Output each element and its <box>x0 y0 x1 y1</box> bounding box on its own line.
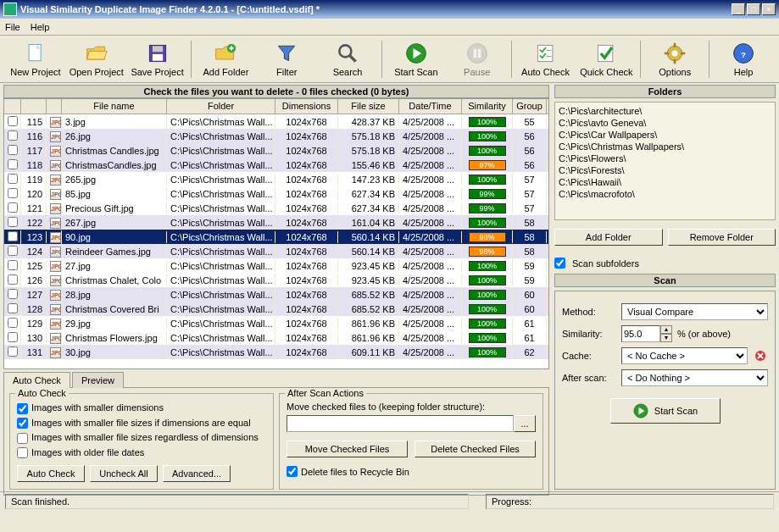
filter-button[interactable]: Filter <box>256 37 317 81</box>
row-checkbox[interactable] <box>8 332 18 342</box>
table-row[interactable]: 126JPGChristmas Chalet, ColoC:\Pics\Chri… <box>4 273 548 287</box>
quick-check-button[interactable]: Quick Check <box>576 37 637 81</box>
row-checkbox[interactable] <box>8 346 18 357</box>
grid-body[interactable]: 115JPG3.jpgC:\Pics\Christmas Wall...1024… <box>4 114 548 369</box>
row-checkbox[interactable] <box>8 188 18 198</box>
advanced-button[interactable]: Advanced... <box>163 465 231 482</box>
delete-cache-icon[interactable] <box>753 348 768 363</box>
table-row[interactable]: 121JPGPrecious Gift.jpgC:\Pics\Christmas… <box>4 201 548 215</box>
col-thumb[interactable] <box>47 99 62 114</box>
cell-datetime: 4/25/2008 ... <box>399 174 462 186</box>
row-checkbox[interactable] <box>8 303 18 313</box>
opt-smaller-filesize-regardless[interactable]: Images with smaller file sizes regardles… <box>17 432 266 444</box>
help-button[interactable]: ?Help <box>713 37 774 81</box>
add-folder-side-button[interactable]: Add Folder <box>554 229 663 246</box>
list-item[interactable]: C:\Pics\Hawaii\ <box>559 176 771 188</box>
tab-autocheck[interactable]: Auto Check <box>3 372 70 388</box>
pause-button[interactable]: Pause <box>447 37 508 81</box>
opt-smaller-filesize-equal[interactable]: Images with smaller file sizes if dimens… <box>17 418 266 429</box>
list-item[interactable]: C:\Pics\Flowers\ <box>559 152 771 164</box>
row-checkbox[interactable] <box>8 231 18 241</box>
table-row[interactable]: 129JPG29.jpgC:\Pics\Christmas Wall...102… <box>4 316 548 330</box>
row-checkbox[interactable] <box>8 116 18 126</box>
col-folder[interactable]: Folder <box>167 99 275 114</box>
list-item[interactable]: C:\Pics\Car Wallpapers\ <box>559 129 771 141</box>
table-row[interactable]: 131JPG30.jpgC:\Pics\Christmas Wall...102… <box>4 345 548 359</box>
list-item[interactable]: C:\Pics\avto Geneva\ <box>559 117 771 129</box>
col-number[interactable] <box>21 99 47 114</box>
list-item[interactable]: C:\Pics\Christmas Wallpapers\ <box>559 141 771 152</box>
similarity-spinner[interactable]: ▲▼ <box>621 325 672 342</box>
remove-folder-button[interactable]: Remove Folder <box>668 229 776 246</box>
add-folder-button[interactable]: Add Folder <box>195 37 256 81</box>
search-icon <box>335 42 360 65</box>
table-row[interactable]: 118JPGChristmasCandles.jpgC:\Pics\Christ… <box>4 158 548 172</box>
row-checkbox[interactable] <box>8 202 18 213</box>
table-row[interactable]: 117JPGChristmas Candles.jpgC:\Pics\Chris… <box>4 143 548 158</box>
table-row[interactable]: 123JPG90.jpgC:\Pics\Christmas Wall...102… <box>4 230 548 244</box>
start-scan-button[interactable]: Start Scan <box>386 37 447 81</box>
cache-select[interactable]: < No Cache > <box>621 347 748 364</box>
browse-button[interactable]: ... <box>514 415 536 432</box>
col-group[interactable]: Group <box>513 99 547 114</box>
menu-file[interactable]: File <box>5 22 20 32</box>
delete-checked-button[interactable]: Delete Checked Files <box>415 441 536 457</box>
row-checkbox[interactable] <box>8 159 18 169</box>
minimize-button[interactable]: _ <box>732 3 745 15</box>
list-item[interactable]: C:\Pics\architecture\ <box>559 105 771 117</box>
spin-up-icon[interactable]: ▲ <box>660 325 672 334</box>
row-checkbox[interactable] <box>8 174 18 184</box>
method-select[interactable]: Visual Compare <box>621 303 768 320</box>
similarity-input[interactable] <box>621 325 660 342</box>
table-row[interactable]: 130JPGChristmas Flowers.jpgC:\Pics\Chris… <box>4 330 548 345</box>
col-check[interactable] <box>4 99 21 114</box>
col-dimensions[interactable]: Dimensions <box>275 99 338 114</box>
table-row[interactable]: 119JPG265.jpgC:\Pics\Christmas Wall...10… <box>4 172 548 186</box>
spin-down-icon[interactable]: ▼ <box>660 334 672 342</box>
table-row[interactable]: 127JPG28.jpgC:\Pics\Christmas Wall...102… <box>4 287 548 302</box>
autocheck-run-button[interactable]: Auto Check <box>17 465 85 482</box>
row-checkbox[interactable] <box>8 274 18 285</box>
search-button[interactable]: Search <box>317 37 378 81</box>
row-checkbox[interactable] <box>8 260 18 270</box>
table-row[interactable]: 122JPG267.jpgC:\Pics\Christmas Wall...10… <box>4 215 548 230</box>
start-scan-side-button[interactable]: Start Scan <box>610 398 721 424</box>
afterscan-select[interactable]: < Do Nothing > <box>621 369 768 386</box>
options-button[interactable]: Options <box>644 37 705 81</box>
new-project-button[interactable]: New Project <box>5 37 66 81</box>
maximize-button[interactable]: □ <box>747 3 760 15</box>
col-similarity[interactable]: Similarity <box>462 99 513 114</box>
table-row[interactable]: 115JPG3.jpgC:\Pics\Christmas Wall...1024… <box>4 114 548 129</box>
row-checkbox[interactable] <box>8 130 18 141</box>
row-checkbox[interactable] <box>8 246 18 256</box>
row-checkbox[interactable] <box>8 318 18 328</box>
row-checkbox[interactable] <box>8 145 18 155</box>
save-project-button[interactable]: Save Project <box>127 37 188 81</box>
table-row[interactable]: 116JPG26.jpgC:\Pics\Christmas Wall...102… <box>4 129 548 143</box>
close-button[interactable]: × <box>762 3 776 15</box>
table-row[interactable]: 120JPG85.jpgC:\Pics\Christmas Wall...102… <box>4 186 548 201</box>
tab-preview[interactable]: Preview <box>72 372 124 388</box>
table-row[interactable]: 124JPGReindeer Games.jpgC:\Pics\Christma… <box>4 244 548 258</box>
table-row[interactable]: 128JPGChristmas Covered BriC:\Pics\Chris… <box>4 302 548 316</box>
col-datetime[interactable]: Date/Time <box>399 99 462 114</box>
auto-check-button[interactable]: Auto Check <box>515 37 576 81</box>
opt-smaller-dimensions[interactable]: Images with smaller dimensions <box>17 402 266 414</box>
opt-older-dates[interactable]: Images with older file dates <box>17 447 266 459</box>
list-item[interactable]: C:\Pics\Forests\ <box>559 164 771 176</box>
uncheck-all-button[interactable]: Uncheck All <box>90 465 158 482</box>
table-row[interactable]: 125JPG27.jpgC:\Pics\Christmas Wall...102… <box>4 258 548 273</box>
scan-subfolders-checkbox[interactable]: Scan subfolders <box>554 258 776 269</box>
cell-filesize: 861.96 KB <box>338 332 399 344</box>
open-project-button[interactable]: Open Project <box>66 37 127 81</box>
row-checkbox[interactable] <box>8 289 18 299</box>
col-filename[interactable]: File name <box>62 99 167 114</box>
col-filesize[interactable]: File size <box>338 99 399 114</box>
list-item[interactable]: C:\Pics\macrofoto\ <box>559 188 771 200</box>
folders-listbox[interactable]: C:\Pics\architecture\C:\Pics\avto Geneva… <box>554 102 776 220</box>
menu-help[interactable]: Help <box>31 22 50 32</box>
recycle-bin-checkbox[interactable]: Delete files to Recycle Bin <box>287 466 536 477</box>
row-checkbox[interactable] <box>8 217 18 227</box>
move-checked-button[interactable]: Move Checked Files <box>287 441 408 457</box>
move-path-input[interactable] <box>287 415 514 432</box>
